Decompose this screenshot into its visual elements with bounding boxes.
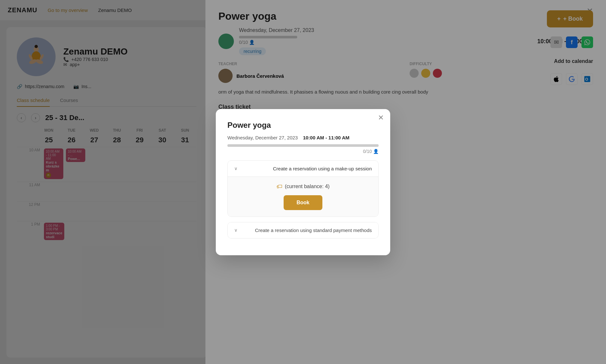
booking-modal: ✕ Power yoga Wednesday, December 27, 202… — [216, 109, 390, 255]
modal-capacity-row: 0/10 👤 — [227, 149, 379, 154]
makeup-session-body: 🏷 (current balance: 4) Book — [228, 177, 378, 217]
makeup-session-header[interactable]: ∨ Create a reservation using a make-up s… — [228, 161, 378, 177]
standard-payment-label: Create a reservation using standard paym… — [255, 228, 372, 233]
standard-payment-section: ∨ Create a reservation using standard pa… — [227, 222, 379, 238]
balance-text: (current balance: 4) — [285, 184, 330, 189]
modal-date-row: Wednesday, December 27, 2023 10:00 AM - … — [227, 135, 379, 140]
modal-progress-fill — [227, 144, 379, 147]
balance-row: 🏷 (current balance: 4) — [234, 183, 372, 190]
modal-close-button[interactable]: ✕ — [378, 114, 384, 121]
makeup-session-label: Create a reservation using a make-up ses… — [273, 166, 372, 171]
standard-chevron-icon: ∨ — [234, 228, 237, 233]
modal-overlay: ✕ Power yoga Wednesday, December 27, 202… — [0, 0, 606, 364]
standard-payment-header[interactable]: ∨ Create a reservation using standard pa… — [228, 222, 378, 238]
modal-date: Wednesday, December 27, 2023 — [227, 135, 298, 140]
modal-progress-bar — [227, 144, 379, 147]
modal-capacity-text: 0/10 — [363, 149, 372, 154]
makeup-chevron-icon: ∨ — [234, 166, 237, 171]
tag-icon: 🏷 — [277, 183, 282, 190]
modal-time: 10:00 AM - 11:00 AM — [303, 135, 350, 140]
modal-person-icon: 👤 — [373, 149, 379, 154]
modal-title: Power yoga — [227, 121, 379, 130]
makeup-book-button[interactable]: Book — [284, 195, 322, 210]
makeup-session-section: ∨ Create a reservation using a make-up s… — [227, 160, 379, 217]
